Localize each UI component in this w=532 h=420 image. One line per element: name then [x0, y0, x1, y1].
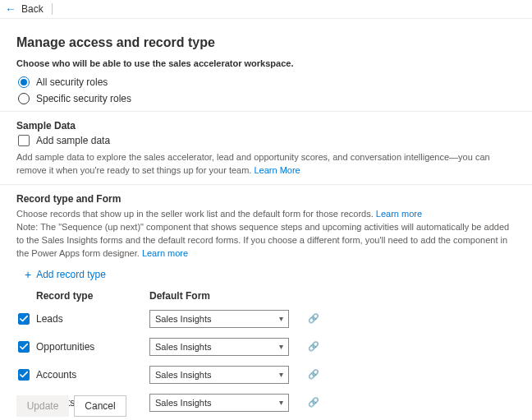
add-record-type-button[interactable]: + Add record type — [25, 269, 516, 280]
checkbox-icon — [18, 369, 30, 381]
default-form-select[interactable]: Sales Insights▾ — [149, 394, 289, 412]
divider — [0, 111, 532, 112]
chevron-down-icon: ▾ — [279, 314, 283, 323]
record-type-heading: Record type and Form — [16, 193, 516, 205]
chevron-down-icon: ▾ — [279, 370, 283, 379]
radio-icon — [18, 93, 30, 104]
back-arrow-icon[interactable]: ← — [5, 3, 16, 15]
divider — [0, 184, 532, 185]
link-icon[interactable]: 🔗 — [308, 341, 319, 352]
record-type-desc: Choose records that show up in the selle… — [16, 208, 516, 221]
back-button[interactable]: Back — [21, 3, 44, 15]
default-form-cell: Sales Insights▾ — [149, 310, 297, 328]
default-form-select[interactable]: Sales Insights▾ — [149, 366, 289, 384]
plus-icon: + — [25, 269, 31, 280]
chevron-down-icon: ▾ — [279, 398, 283, 407]
learn-more-link[interactable]: Learn More — [254, 165, 300, 175]
row-action-cell: 🔗 — [297, 397, 330, 408]
default-form-cell: Sales Insights▾ — [149, 394, 297, 412]
link-icon[interactable]: 🔗 — [308, 369, 319, 380]
row-action-cell: 🔗 — [297, 313, 330, 324]
table-row: AccountsSales Insights▾🔗 — [18, 361, 516, 389]
row-action-cell: 🔗 — [297, 341, 330, 352]
checkbox-icon — [18, 313, 30, 325]
link-icon[interactable]: 🔗 — [308, 313, 319, 324]
default-form-cell: Sales Insights▾ — [149, 366, 297, 384]
radio-label: Specific security roles — [36, 93, 131, 104]
link-icon[interactable]: 🔗 — [308, 397, 319, 408]
select-value: Sales Insights — [155, 398, 211, 408]
checkbox-label: Add sample data — [36, 135, 110, 146]
top-bar: ← Back — [0, 0, 532, 19]
radio-all-roles[interactable]: All security roles — [18, 76, 516, 88]
record-type-label: Accounts — [36, 369, 76, 381]
checkbox-icon — [18, 135, 30, 146]
main-content: Manage access and record type Choose who… — [0, 19, 532, 417]
record-type-note: Note: The "Sequence (up next)" component… — [16, 221, 516, 261]
sample-data-heading: Sample Data — [16, 120, 516, 132]
record-type-label: Leads — [36, 313, 63, 325]
record-type-cell[interactable]: Opportunities — [18, 341, 149, 353]
page-title: Manage access and record type — [16, 35, 516, 50]
table-header: Record type Default Form — [18, 287, 516, 305]
checkbox-icon — [18, 341, 30, 353]
default-form-select[interactable]: Sales Insights▾ — [149, 310, 289, 328]
learn-more-link[interactable]: Learn more — [376, 209, 422, 219]
divider — [52, 3, 53, 15]
col-record-type: Record type — [18, 290, 149, 302]
page-subhead: Choose who will be able to use the sales… — [16, 58, 516, 68]
table-row: LeadsSales Insights▾🔗 — [18, 305, 516, 333]
select-value: Sales Insights — [155, 370, 211, 380]
col-default-form: Default Form — [149, 290, 314, 302]
record-type-cell[interactable]: Accounts — [18, 369, 149, 381]
record-type-label: Opportunities — [36, 341, 94, 353]
sample-data-help: Add sample data to explore the sales acc… — [16, 151, 516, 178]
learn-more-link[interactable]: Learn more — [142, 248, 188, 258]
update-button: Update — [16, 395, 69, 417]
row-action-cell: 🔗 — [297, 369, 330, 380]
radio-label: All security roles — [36, 76, 108, 88]
chevron-down-icon: ▾ — [279, 342, 283, 351]
security-roles-group: All security roles Specific security rol… — [18, 76, 516, 104]
default-form-cell: Sales Insights▾ — [149, 338, 297, 356]
select-value: Sales Insights — [155, 342, 211, 352]
add-record-type-label: Add record type — [36, 269, 106, 280]
table-row: OpportunitiesSales Insights▾🔗 — [18, 333, 516, 361]
cancel-button[interactable]: Cancel — [74, 395, 126, 417]
add-sample-data-row[interactable]: Add sample data — [18, 135, 516, 146]
radio-specific-roles[interactable]: Specific security roles — [18, 93, 516, 104]
record-type-cell[interactable]: Leads — [18, 313, 149, 325]
radio-icon — [18, 76, 30, 88]
select-value: Sales Insights — [155, 314, 211, 324]
default-form-select[interactable]: Sales Insights▾ — [149, 338, 289, 356]
footer-actions: Update Cancel — [16, 395, 126, 417]
